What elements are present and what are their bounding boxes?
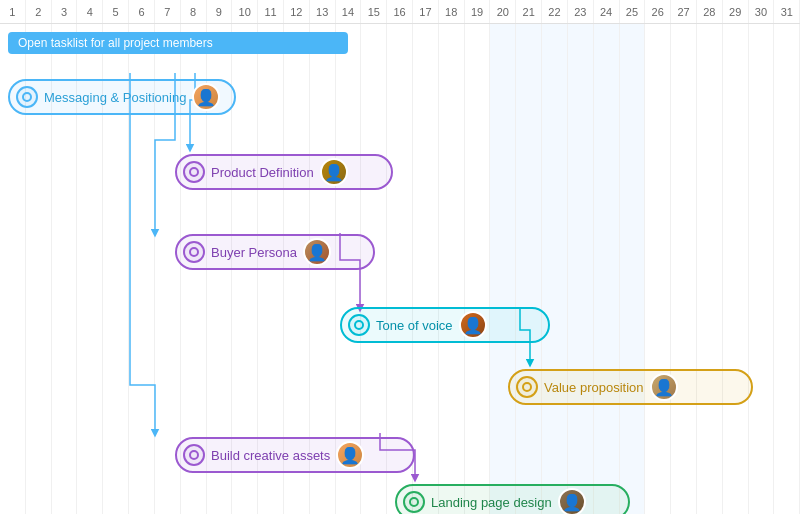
day-cell-29: 29 [723,0,749,23]
task-value-prop[interactable]: Value proposition [508,369,753,405]
task-circle-build [183,444,205,466]
avatar-buyer-persona [303,238,331,266]
task-landing-page[interactable]: Landing page design [395,484,630,514]
day-cell-12: 12 [284,0,310,23]
banner-text: Open tasklist for all project members [18,36,213,50]
avatar-messaging [192,83,220,111]
gantt-chart: 1234567891011121314151617181920212223242… [0,0,800,514]
avatar-landing [558,488,586,514]
day-cell-19: 19 [465,0,491,23]
task-product-def[interactable]: Product Definition [175,154,393,190]
day-cell-15: 15 [361,0,387,23]
task-label-value-prop: Value proposition [544,380,644,395]
day-cell-3: 3 [52,0,78,23]
task-circle-messaging [16,86,38,108]
task-circle-value-prop [516,376,538,398]
task-tone-of-voice[interactable]: Tone of voice [340,307,550,343]
day-cell-11: 11 [258,0,284,23]
day-cell-9: 9 [207,0,233,23]
task-label-tone: Tone of voice [376,318,453,333]
task-buyer-persona[interactable]: Buyer Persona [175,234,375,270]
day-cell-7: 7 [155,0,181,23]
avatar-product-def [320,158,348,186]
task-circle-product-def [183,161,205,183]
day-cell-21: 21 [516,0,542,23]
task-circle-buyer-persona [183,241,205,263]
task-label-build: Build creative assets [211,448,330,463]
day-cell-22: 22 [542,0,568,23]
day-cell-27: 27 [671,0,697,23]
day-cell-30: 30 [749,0,775,23]
day-cell-18: 18 [439,0,465,23]
day-cell-17: 17 [413,0,439,23]
day-cell-6: 6 [129,0,155,23]
avatar-build [336,441,364,469]
day-cell-31: 31 [774,0,800,23]
task-circle-tone [348,314,370,336]
day-cell-26: 26 [645,0,671,23]
task-label-product-def: Product Definition [211,165,314,180]
day-cell-14: 14 [336,0,362,23]
day-cell-4: 4 [77,0,103,23]
task-circle-landing [403,491,425,513]
avatar-value-prop [650,373,678,401]
task-build-creative[interactable]: Build creative assets [175,437,415,473]
day-cell-2: 2 [26,0,52,23]
banner: Open tasklist for all project members [8,32,348,54]
day-cell-13: 13 [310,0,336,23]
gantt-content: Open tasklist for all project members Me… [0,24,800,514]
day-cell-20: 20 [490,0,516,23]
day-cell-25: 25 [620,0,646,23]
task-label-messaging: Messaging & Positioning [44,90,186,105]
day-cell-10: 10 [232,0,258,23]
day-cell-5: 5 [103,0,129,23]
day-cell-28: 28 [697,0,723,23]
task-label-buyer-persona: Buyer Persona [211,245,297,260]
day-cell-24: 24 [594,0,620,23]
day-cell-16: 16 [387,0,413,23]
task-label-landing: Landing page design [431,495,552,510]
task-messaging[interactable]: Messaging & Positioning [8,79,236,115]
header-row: 1234567891011121314151617181920212223242… [0,0,800,24]
avatar-tone [459,311,487,339]
day-cell-8: 8 [181,0,207,23]
day-cell-23: 23 [568,0,594,23]
day-cell-1: 1 [0,0,26,23]
